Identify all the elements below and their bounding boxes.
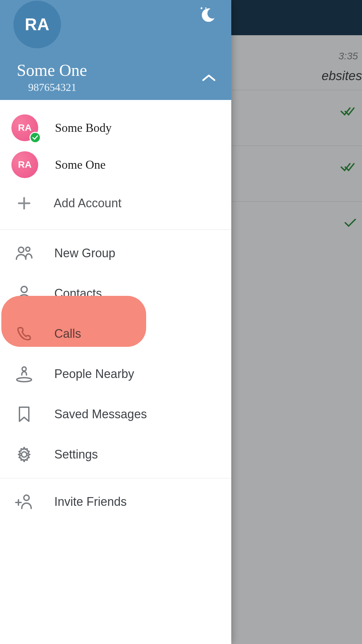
menu-label: New Group (54, 246, 115, 260)
people-icon (14, 243, 34, 263)
moon-icon (199, 7, 217, 24)
bookmark-icon (14, 404, 34, 424)
svg-point-1 (18, 247, 24, 253)
account-name: Some Body (55, 121, 112, 135)
account-item[interactable]: RA Some Body (0, 109, 231, 146)
gear-icon (14, 444, 34, 465)
chevron-up-icon (202, 73, 216, 82)
account-avatar: RA (11, 151, 38, 178)
invite-icon (14, 492, 34, 512)
menu-calls[interactable]: Calls (0, 314, 231, 354)
menu-label: People Nearby (54, 367, 134, 381)
plus-icon (15, 194, 34, 213)
drawer-header: RA Some One 987654321 (0, 0, 231, 100)
accounts-section: RA Some Body RA Some One Add Account (0, 100, 231, 223)
svg-point-7 (24, 495, 29, 500)
svg-point-6 (21, 452, 27, 457)
menu-label: Invite Friends (54, 495, 127, 509)
menu-label: Settings (54, 447, 98, 462)
accounts-toggle[interactable] (200, 71, 217, 85)
people-nearby-icon (14, 364, 34, 384)
account-item[interactable]: RA Some One (0, 146, 231, 183)
menu-list: New Group Contacts Calls (0, 230, 231, 522)
menu-settings[interactable]: Settings (0, 434, 231, 475)
profile-avatar[interactable]: RA (13, 1, 61, 48)
add-account-label: Add Account (54, 196, 121, 210)
phone-icon (14, 324, 34, 344)
menu-saved-messages[interactable]: Saved Messages (0, 394, 231, 434)
divider (0, 478, 231, 478)
svg-point-5 (17, 378, 32, 382)
profile-phone: 987654321 (28, 81, 76, 94)
menu-new-group[interactable]: New Group (0, 233, 231, 273)
svg-point-4 (22, 367, 26, 371)
add-account-button[interactable]: Add Account (0, 183, 231, 223)
profile-name: Some One (17, 60, 87, 80)
night-mode-toggle[interactable] (198, 5, 218, 25)
account-avatar: RA (11, 114, 38, 141)
navigation-drawer: RA Some One 987654321 (0, 0, 231, 644)
menu-invite-friends[interactable]: Invite Friends (0, 482, 231, 522)
account-name: Some One (55, 158, 106, 172)
active-badge (29, 132, 41, 143)
menu-label: Saved Messages (54, 407, 147, 421)
menu-people-nearby[interactable]: People Nearby (0, 354, 231, 394)
menu-label: Calls (54, 327, 81, 341)
svg-point-0 (205, 7, 206, 9)
avatar-initials: RA (18, 122, 32, 133)
avatar-initials: RA (18, 159, 32, 170)
svg-point-3 (21, 286, 27, 292)
avatar-initials: RA (25, 15, 50, 34)
svg-point-2 (26, 247, 30, 251)
